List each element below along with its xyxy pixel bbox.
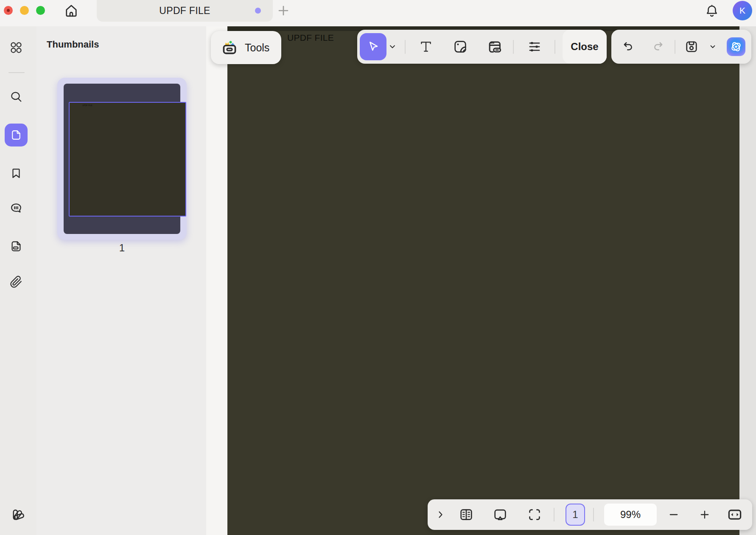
text-icon xyxy=(419,39,433,54)
zoom-level: 99% xyxy=(620,509,641,521)
select-tool-dropdown[interactable] xyxy=(388,42,397,51)
cursor-icon xyxy=(366,39,381,54)
fit-width-icon xyxy=(726,507,744,523)
chevron-right-icon xyxy=(435,510,445,520)
main-toolbar: Close xyxy=(357,30,607,64)
plus-icon xyxy=(699,509,711,521)
paperclip-icon xyxy=(10,276,22,288)
toolbar-divider xyxy=(405,40,406,54)
sidebar-item-attachments[interactable] xyxy=(10,276,22,288)
sidebar-item-bookmarks[interactable] xyxy=(10,167,22,180)
page-thumbnail-label: 1 xyxy=(57,242,187,254)
minus-icon xyxy=(668,509,680,521)
page-layout-button[interactable] xyxy=(459,507,474,522)
sidebar-item-search[interactable] xyxy=(10,90,22,103)
close-label: Close xyxy=(571,41,598,53)
toolbar-divider xyxy=(675,40,675,54)
document-page-text: UPDF FILE xyxy=(287,33,334,43)
save-button[interactable] xyxy=(684,39,699,54)
sliders-icon xyxy=(527,39,542,54)
page-number-box[interactable]: 1 xyxy=(566,504,585,526)
zoom-in-button[interactable] xyxy=(699,509,711,521)
tools-button[interactable]: Tools xyxy=(211,31,281,64)
search-icon xyxy=(10,90,22,103)
swatch-icon xyxy=(10,507,24,522)
thumbnails-panel: Thumbnails UPDF FILE 1 xyxy=(36,26,206,535)
image-icon xyxy=(453,39,468,54)
bell-icon xyxy=(705,3,719,19)
sidebar-item-swatches[interactable] xyxy=(10,507,24,522)
tab-title: UPDF FILE xyxy=(159,5,210,17)
properties-button[interactable] xyxy=(527,39,542,54)
avatar-initial: K xyxy=(739,6,745,16)
save-icon xyxy=(684,39,699,54)
history-toolbar xyxy=(611,30,751,64)
bookmark-icon xyxy=(10,167,22,180)
close-button[interactable]: Close xyxy=(563,30,607,64)
document-icon xyxy=(10,129,22,141)
zoom-level-display[interactable]: 99% xyxy=(604,504,657,526)
sidebar-divider xyxy=(8,72,25,73)
document-tab[interactable]: UPDF FILE xyxy=(97,0,273,22)
toolbar-divider xyxy=(554,40,555,54)
tools-label: Tools xyxy=(245,42,269,54)
toolbar-divider xyxy=(513,40,514,54)
toolbox-icon xyxy=(220,38,239,57)
traffic-light-zoom[interactable] xyxy=(36,6,45,15)
page-thumbnail[interactable]: UPDF FILE xyxy=(57,78,187,240)
select-tool-button[interactable] xyxy=(360,33,386,60)
undo-icon xyxy=(622,40,634,53)
sidebar-item-thumbnails[interactable] xyxy=(5,124,28,146)
presentation-button[interactable] xyxy=(493,507,508,522)
traffic-light-close[interactable] xyxy=(4,6,13,15)
fullscreen-brackets-icon xyxy=(527,507,542,522)
notifications-button[interactable] xyxy=(705,3,719,19)
scrollbar-gutter[interactable] xyxy=(739,26,756,535)
page-number: 1 xyxy=(572,509,578,521)
sidebar xyxy=(0,26,37,535)
document-canvas: UPDF FILE xyxy=(227,26,739,535)
user-avatar[interactable]: K xyxy=(733,1,752,20)
bottom-toolbar: 1 99% xyxy=(428,499,752,530)
thumbnail-page: UPDF FILE xyxy=(64,84,180,234)
home-icon xyxy=(64,3,79,18)
toolbar-divider xyxy=(593,508,594,521)
traffic-light-minimize[interactable] xyxy=(20,6,29,15)
grid-icon xyxy=(10,41,22,54)
titlebar: UPDF FILE K xyxy=(0,0,756,26)
panel-expand-button[interactable] xyxy=(435,510,445,520)
ai-assistant-button[interactable] xyxy=(727,37,745,56)
undo-button[interactable] xyxy=(622,40,634,53)
thumbnail-page-text: UPDF FILE xyxy=(82,104,92,107)
panel-title: Thumbnails xyxy=(47,39,99,50)
chevron-down-icon xyxy=(709,43,717,51)
book-view-icon xyxy=(459,507,474,522)
home-button[interactable] xyxy=(64,3,79,18)
unsaved-changes-dot xyxy=(255,8,261,14)
text-tool-button[interactable] xyxy=(419,39,433,54)
sidebar-item-comments[interactable] xyxy=(10,202,22,214)
save-dropdown[interactable] xyxy=(709,43,717,51)
sidebar-item-pages[interactable] xyxy=(10,240,22,253)
chevron-down-icon xyxy=(388,42,397,51)
image-tool-button[interactable] xyxy=(453,39,468,54)
file-icon xyxy=(10,240,22,253)
redo-icon xyxy=(652,40,665,53)
link-icon xyxy=(486,39,503,56)
zoom-out-button[interactable] xyxy=(668,509,680,521)
main-area: UPDF FILE Tools xyxy=(206,26,756,535)
redo-button[interactable] xyxy=(652,40,665,53)
plus-icon xyxy=(277,4,290,17)
ai-icon xyxy=(728,39,744,54)
sidebar-item-dashboard[interactable] xyxy=(10,41,22,54)
presentation-icon xyxy=(493,507,508,522)
toolbar-divider xyxy=(554,508,554,521)
fullscreen-button[interactable] xyxy=(527,507,542,522)
thumbnail-viewport: UPDF FILE xyxy=(69,102,186,217)
new-tab-button[interactable] xyxy=(277,4,290,17)
link-tool-button[interactable] xyxy=(486,39,503,56)
chat-icon xyxy=(10,202,22,214)
fit-width-button[interactable] xyxy=(726,507,744,523)
